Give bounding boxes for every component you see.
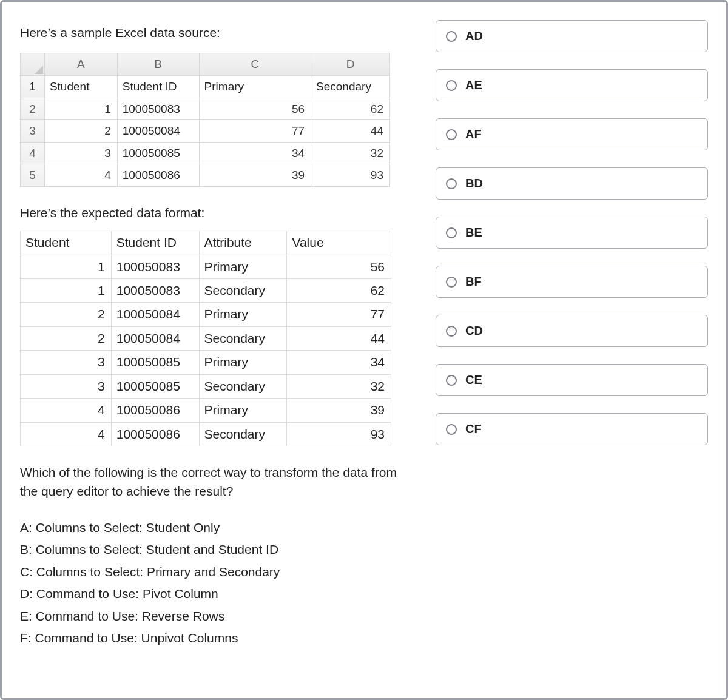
col-header-D: D (311, 53, 390, 76)
cell: 100050084 (117, 120, 199, 143)
answer-option-AF[interactable]: AF (436, 118, 708, 150)
radio-icon (446, 80, 457, 91)
cell: 2 (44, 120, 117, 143)
row-header: 4 (21, 142, 45, 164)
col-header-B: B (117, 53, 199, 76)
answer-option-BF[interactable]: BF (436, 266, 708, 298)
answer-label: CE (465, 373, 482, 387)
table-row: 1 100050083 Primary 56 (21, 255, 391, 278)
cell: Primary (199, 75, 311, 98)
option-def-D: D: Command to Use: Pivot Column (20, 585, 417, 603)
radio-icon (446, 178, 457, 189)
cell: 3 (21, 374, 112, 398)
col-header-A: A (44, 53, 117, 76)
cell: 39 (287, 399, 391, 422)
table-row: 3 2 100050084 77 44 (21, 120, 390, 143)
cell: 62 (311, 98, 390, 120)
cell: Secondary (199, 326, 287, 350)
cell: 100050083 (111, 279, 199, 303)
option-def-B: B: Columns to Select: Student and Studen… (20, 540, 417, 559)
cell: 62 (287, 279, 391, 303)
cell: 77 (287, 303, 391, 326)
table-row: 5 4 100050086 39 93 (21, 164, 390, 187)
cell: 93 (287, 422, 391, 446)
radio-icon (446, 31, 457, 42)
answer-label: BD (465, 177, 483, 190)
cell: 100050085 (117, 142, 199, 164)
cell: 1 (44, 98, 117, 120)
cell: 100050086 (117, 164, 199, 187)
cell: 100050085 (111, 351, 199, 374)
cell: 100050083 (111, 255, 199, 278)
option-def-C: C: Columns to Select: Primary and Second… (20, 563, 417, 581)
cell: 3 (21, 351, 112, 374)
answer-option-BD[interactable]: BD (436, 167, 708, 200)
table-row: 2 100050084 Secondary 44 (21, 326, 391, 350)
row-header: 3 (21, 120, 45, 143)
answer-label: CD (465, 324, 483, 338)
cell: 100050084 (111, 326, 199, 350)
cell: Primary (199, 303, 287, 326)
answer-label: BF (465, 275, 482, 289)
option-def-E: E: Command to Use: Reverse Rows (20, 607, 417, 625)
cell: 93 (311, 164, 390, 187)
radio-icon (446, 227, 457, 238)
row-header: 5 (21, 164, 45, 187)
cell: 4 (44, 164, 117, 187)
cell: 100050083 (117, 98, 199, 120)
cell: 32 (311, 142, 390, 164)
table-row: 2 100050084 Primary 77 (21, 303, 391, 326)
cell: 4 (21, 422, 112, 446)
cell: Student (44, 75, 117, 98)
cell: 34 (199, 142, 311, 164)
table-row: 1 100050083 Secondary 62 (21, 279, 391, 303)
cell: 39 (199, 164, 311, 187)
cell: 34 (287, 351, 391, 374)
cell: 77 (199, 120, 311, 143)
answer-option-CE[interactable]: CE (436, 364, 708, 396)
row-header: 2 (21, 98, 45, 120)
cell: Secondary (311, 75, 390, 98)
answer-label: AF (465, 127, 482, 141)
cell: Student ID (117, 75, 199, 98)
option-def-A: A: Columns to Select: Student Only (20, 519, 417, 537)
cell: 100050086 (111, 422, 199, 446)
cell: Secondary (199, 374, 287, 398)
answer-option-AD[interactable]: AD (436, 20, 708, 52)
radio-icon (446, 326, 457, 337)
option-definitions: A: Columns to Select: Student Only B: Co… (20, 519, 417, 648)
answer-label: AE (465, 78, 482, 92)
cell: Primary (199, 255, 287, 278)
answer-options: AD AE AF BD BE BF CD CE (436, 20, 708, 668)
cell: 32 (287, 374, 391, 398)
cell: 56 (199, 98, 311, 120)
table-row: 4 100050086 Primary 39 (21, 399, 391, 422)
cell: 100050085 (111, 374, 199, 398)
cell: Secondary (199, 279, 287, 303)
cell: 2 (21, 326, 112, 350)
cell: 1 (21, 255, 112, 278)
radio-icon (446, 424, 457, 435)
answer-label: CF (465, 422, 482, 436)
cell: Secondary (199, 422, 287, 446)
answer-option-CD[interactable]: CD (436, 315, 708, 347)
select-all-triangle-icon (35, 66, 43, 74)
cell: 2 (21, 303, 112, 326)
question-frame: Here’s a sample Excel data source: A B C… (0, 0, 728, 700)
answer-option-CF[interactable]: CF (436, 413, 708, 445)
cell: 4 (21, 399, 112, 422)
table-row: 1 Student Student ID Primary Secondary (21, 75, 390, 98)
cell: 100050084 (111, 303, 199, 326)
source-excel-table: A B C D 1 Student Student ID Primary Sec… (20, 53, 390, 186)
cell: 1 (21, 279, 112, 303)
cell: 3 (44, 142, 117, 164)
radio-icon (446, 277, 457, 288)
cell: Primary (199, 399, 287, 422)
answer-option-BE[interactable]: BE (436, 217, 708, 249)
table-row: 2 1 100050083 56 62 (21, 98, 390, 120)
col-header-C: C (199, 53, 311, 76)
intro-text: Here’s a sample Excel data source: (20, 24, 417, 42)
th: Attribute (199, 231, 287, 255)
radio-icon (446, 129, 457, 140)
answer-option-AE[interactable]: AE (436, 69, 708, 101)
